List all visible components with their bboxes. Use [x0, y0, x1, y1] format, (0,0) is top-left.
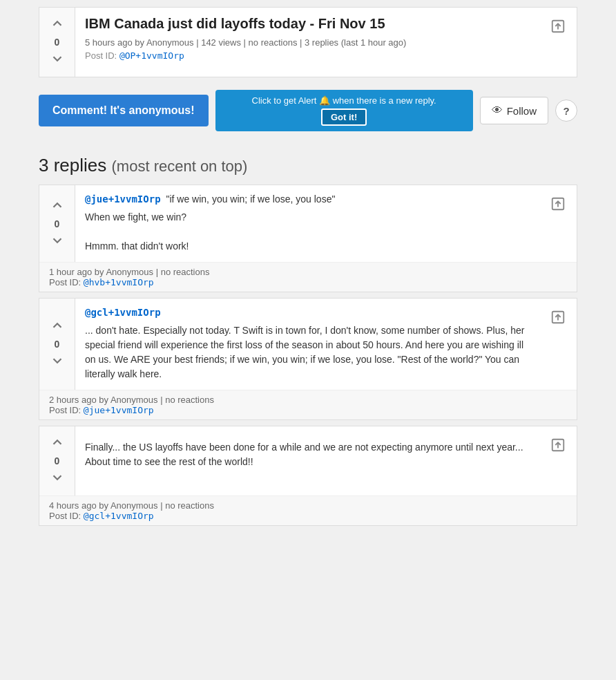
reply-inner: 0 Finally... the US layoffs have been do… [39, 426, 577, 495]
reply-vote-count: 0 [55, 218, 60, 229]
reply-share-icon [550, 437, 566, 453]
share-button[interactable] [545, 13, 571, 43]
reply-downvote-button[interactable] [48, 469, 66, 489]
reply-vote-column: 0 [39, 299, 75, 390]
reply-id-tag: @jue+1vvmIOrp [84, 405, 154, 415]
reply-footer: 4 hours ago by Anonymous | no reactions … [39, 495, 577, 525]
reply-share-icon [550, 196, 566, 211]
replies-count: 3 replies [39, 155, 106, 176]
reply-text: ... don't hate. Especially not today. T … [85, 323, 530, 381]
reply-card: 0 @gcl+1vvmIOrp ... don't hate. Especial… [39, 298, 577, 420]
reply-id-row: Post ID: @hvb+1vvmIOrp [49, 277, 567, 287]
reply-meta: 1 hour ago by Anonymous | no reactions [49, 267, 567, 277]
reply-footer: 2 hours ago by Anonymous | no reactions … [39, 390, 577, 419]
reply-share-button[interactable] [545, 304, 571, 334]
reply-text: Finally... the US layoffs have been done… [85, 440, 530, 469]
follow-button[interactable]: 👁 Follow [480, 97, 548, 124]
upvote-button[interactable] [48, 15, 66, 35]
reply-vote-count: 0 [55, 455, 60, 466]
reply-share-button[interactable] [545, 191, 571, 220]
reply-meta: 2 hours ago by Anonymous | no reactions [49, 395, 567, 405]
reply-body: Finally... the US layoffs have been done… [75, 426, 539, 495]
vote-column: 0 [39, 8, 75, 77]
reply-text: When we fight, we win? Hmmm. that didn't… [85, 210, 530, 254]
alert-text: Click to get Alert 🔔 when there is a new… [227, 95, 462, 106]
reply-upvote-button[interactable] [48, 317, 66, 337]
reply-upvote-button[interactable] [48, 433, 66, 453]
reply-card: 0 @jue+1vvmIOrp "if we win, you win; if … [39, 185, 577, 292]
action-bar: Comment! It's anonymous! Click to get Al… [39, 83, 577, 138]
reply-upvote-button[interactable] [48, 196, 66, 216]
post-card: 0 IBM Canada just did layoffs today - Fr… [39, 7, 577, 77]
post-id-tag: @OP+1vvmIOrp [119, 50, 184, 61]
reply-meta: 4 hours ago by Anonymous | no reactions [49, 500, 567, 511]
help-button[interactable]: ? [555, 100, 577, 122]
reply-vote-column: 0 [39, 426, 75, 495]
reply-body: @jue+1vvmIOrp "if we win, you win; if we… [75, 185, 539, 262]
vote-count: 0 [55, 37, 60, 48]
reply-id-tag: @hvb+1vvmIOrp [84, 277, 154, 287]
post-id-label: Post ID: [85, 50, 117, 61]
comment-button[interactable]: Comment! It's anonymous! [39, 95, 209, 126]
reply-card: 0 Finally... the US layoffs have been do… [39, 426, 577, 526]
reply-author: @jue+1vvmIOrp [85, 193, 161, 205]
reply-id-row: Post ID: @gcl+1vvmIOrp [49, 511, 567, 521]
reply-inner: 0 @gcl+1vvmIOrp ... don't hate. Especial… [39, 299, 577, 390]
replies-list: 0 @jue+1vvmIOrp "if we win, you win; if … [39, 185, 577, 526]
post-content: IBM Canada just did layoffs today - Fri … [75, 8, 539, 77]
eye-icon: 👁 [492, 104, 503, 117]
reply-downvote-button[interactable] [48, 232, 66, 252]
reply-vote-count: 0 [55, 339, 60, 350]
reply-downvote-button[interactable] [48, 352, 66, 372]
reply-footer: 1 hour ago by Anonymous | no reactions P… [39, 262, 577, 292]
follow-label: Follow [507, 105, 537, 117]
replies-subtitle: (most recent on top) [112, 158, 248, 175]
post-header: 0 IBM Canada just did layoffs today - Fr… [39, 8, 577, 77]
replies-header: 3 replies (most recent on top) [39, 155, 577, 176]
share-icon [550, 19, 566, 34]
got-it-button[interactable]: Got it! [321, 108, 367, 126]
reply-share-icon [550, 310, 566, 325]
reply-header-line: @jue+1vvmIOrp "if we win, you win; if we… [85, 193, 530, 205]
post-meta: 5 hours ago by Anonymous | 142 views | n… [85, 37, 530, 48]
alert-box: Click to get Alert 🔔 when there is a new… [215, 90, 473, 131]
reply-quote: "if we win, you win; if we lose, you los… [166, 193, 335, 205]
reply-inner: 0 @jue+1vvmIOrp "if we win, you win; if … [39, 185, 577, 262]
reply-author: @gcl+1vvmIOrp [85, 307, 161, 318]
reply-share-button[interactable] [545, 432, 571, 462]
post-id-row: Post ID: @OP+1vvmIOrp [85, 50, 530, 61]
downvote-button[interactable] [48, 50, 66, 70]
reply-body: @gcl+1vvmIOrp ... don't hate. Especially… [75, 299, 539, 390]
reply-id-tag: @gcl+1vvmIOrp [84, 511, 154, 521]
reply-id-row: Post ID: @jue+1vvmIOrp [49, 405, 567, 415]
reply-vote-column: 0 [39, 185, 75, 262]
post-title: IBM Canada just did layoffs today - Fri … [85, 16, 530, 32]
reply-header-line: @gcl+1vvmIOrp [85, 307, 530, 318]
